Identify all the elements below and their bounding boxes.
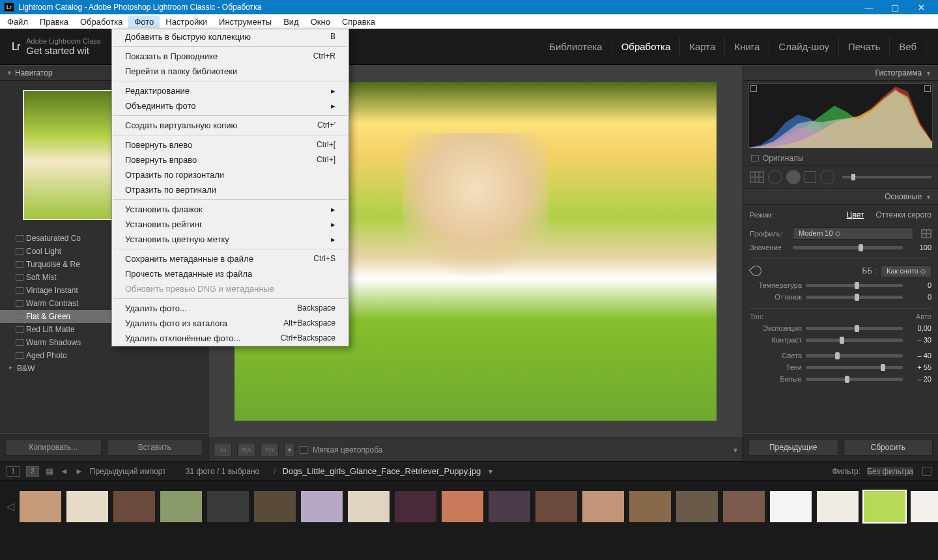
menu-item[interactable]: Перейти в папку библиотеки xyxy=(112,64,348,79)
previous-import-label[interactable]: Предыдущий импорт xyxy=(90,467,166,476)
nav-back-icon[interactable]: ◄ xyxy=(60,466,68,476)
close-button[interactable]: ✕ xyxy=(908,3,934,12)
highlights-slider[interactable] xyxy=(806,354,903,357)
menu-настройки[interactable]: Настройки xyxy=(160,16,213,28)
zoom-slider[interactable] xyxy=(842,176,931,178)
highlight-clip-icon[interactable] xyxy=(924,85,931,92)
menu-item[interactable]: Показать в ПроводникеCtrl+R xyxy=(112,49,348,64)
contrast-value[interactable]: – 30 xyxy=(907,336,931,344)
menu-item[interactable]: Удалить фото...Backspace xyxy=(112,301,348,316)
menu-item[interactable]: Установить флажок▸ xyxy=(112,202,348,217)
shadows-value[interactable]: + 55 xyxy=(907,363,931,371)
filmstrip-thumb[interactable] xyxy=(769,490,813,524)
shadows-slider[interactable] xyxy=(806,366,903,369)
preset-item[interactable]: Aged Photo xyxy=(0,349,208,362)
square-icon[interactable] xyxy=(804,171,816,183)
filmstrip-thumb[interactable] xyxy=(581,490,625,524)
temp-slider[interactable] xyxy=(806,284,903,287)
menu-item[interactable]: Добавить в быструю коллекциюB xyxy=(112,29,348,44)
preset-group[interactable]: B&W xyxy=(0,362,208,375)
menu-окно[interactable]: Окно xyxy=(305,16,336,28)
contrast-slider[interactable] xyxy=(806,339,903,342)
before-after-button[interactable]: R|A xyxy=(237,443,255,457)
menu-item[interactable]: Установить цветную метку▸ xyxy=(112,232,348,247)
screen1-button[interactable]: 1 xyxy=(7,466,20,477)
exposure-value[interactable]: 0,00 xyxy=(907,324,931,332)
module-4[interactable]: Слайд-шоу xyxy=(769,37,839,56)
toolbar-dropdown-icon[interactable]: ▾ xyxy=(733,445,737,455)
whites-value[interactable]: – 20 xyxy=(907,375,931,383)
reset-button[interactable]: Сбросить xyxy=(844,439,933,456)
filmstrip-thumb[interactable] xyxy=(487,490,532,524)
filmstrip-thumb[interactable] xyxy=(722,490,766,524)
filename[interactable]: Dogs_Little_girls_Glance_Face_Retriever_… xyxy=(283,466,481,476)
treatment-color[interactable]: Цвет xyxy=(847,210,864,219)
before-after-split-button[interactable]: Y|Y xyxy=(261,443,279,457)
filmstrip-thumb[interactable] xyxy=(628,490,672,524)
tint-value[interactable]: 0 xyxy=(907,293,931,301)
circle3-icon[interactable] xyxy=(820,170,834,184)
basic-header[interactable]: Основные▼ xyxy=(743,189,938,204)
menu-инструменты[interactable]: Инструменты xyxy=(213,16,277,28)
filmstrip-thumb[interactable] xyxy=(393,490,438,524)
menu-item[interactable]: Установить рейтинг▸ xyxy=(112,217,348,232)
copy-button[interactable]: Копировать... xyxy=(5,439,102,456)
highlights-value[interactable]: – 40 xyxy=(907,352,931,359)
treatment-gray[interactable]: Оттенки серого xyxy=(875,210,931,219)
loupe-view-button[interactable]: ▭ xyxy=(214,443,232,457)
minimize-button[interactable]: — xyxy=(856,3,882,12)
nav-fwd-icon[interactable]: ► xyxy=(75,466,83,476)
menu-item[interactable]: Отразить по вертикали xyxy=(112,182,348,197)
amount-slider[interactable] xyxy=(793,246,903,249)
histogram-header[interactable]: Гистограмма▼ xyxy=(743,65,938,81)
circle2-icon[interactable] xyxy=(786,170,801,184)
filter-selector[interactable]: Без фильтра xyxy=(867,467,913,476)
grid-view-icon[interactable]: ▦ xyxy=(46,466,53,476)
module-3[interactable]: Книга xyxy=(725,37,769,56)
circle1-icon[interactable] xyxy=(768,170,782,184)
filename-menu-icon[interactable]: ▾ xyxy=(489,467,492,476)
maximize-button[interactable]: ▢ xyxy=(882,3,908,12)
menu-файл[interactable]: Файл xyxy=(1,16,34,28)
screen2-button[interactable]: 2 xyxy=(26,466,39,477)
grid-icon[interactable] xyxy=(750,171,764,183)
module-5[interactable]: Печать xyxy=(839,37,890,56)
temp-value[interactable]: 0 xyxy=(907,281,931,289)
wb-selector[interactable]: Как снято ◇ xyxy=(881,265,931,277)
filmstrip-thumb[interactable] xyxy=(18,490,63,524)
menu-item[interactable]: Объединить фото▸ xyxy=(112,98,348,113)
previous-button[interactable]: Предыдущие xyxy=(748,439,838,456)
menu-справка[interactable]: Справка xyxy=(336,16,381,28)
originals-row[interactable]: Оригиналы xyxy=(743,151,938,166)
tint-slider[interactable] xyxy=(806,296,903,299)
menu-item[interactable]: Удалить отклонённые фото...Ctrl+Backspac… xyxy=(112,331,348,346)
menu-вид[interactable]: Вид xyxy=(277,16,305,28)
filmstrip-thumb[interactable] xyxy=(862,490,907,524)
filmstrip-thumb[interactable] xyxy=(112,490,156,524)
menu-item[interactable]: Редактирование▸ xyxy=(112,83,348,98)
menu-правка[interactable]: Правка xyxy=(34,16,74,28)
menu-item[interactable]: Повернуть вправоCtrl+] xyxy=(112,152,348,167)
filter-lock-icon[interactable] xyxy=(922,467,931,476)
menu-item[interactable]: Сохранить метаданные в файлеCtrl+S xyxy=(112,251,348,266)
auto-tone-button[interactable]: Авто xyxy=(916,313,931,320)
filmstrip-thumb[interactable] xyxy=(300,490,344,524)
module-6[interactable]: Веб xyxy=(890,37,926,56)
filmstrip-thumb[interactable] xyxy=(65,490,109,524)
filmstrip-left-icon[interactable]: ◁ xyxy=(5,500,16,512)
filmstrip-thumb[interactable] xyxy=(440,490,485,524)
filmstrip-thumb[interactable] xyxy=(675,490,719,524)
eyedropper-icon[interactable] xyxy=(750,264,763,277)
filmstrip-thumb[interactable] xyxy=(816,490,860,524)
softproof-checkbox[interactable] xyxy=(300,446,307,454)
menu-item[interactable]: Отразить по горизонтали xyxy=(112,167,348,182)
menu-item[interactable]: Удалить фото из каталогаAlt+Backspace xyxy=(112,316,348,331)
module-1[interactable]: Обработка xyxy=(612,37,681,56)
exposure-slider[interactable] xyxy=(806,327,903,330)
menu-item[interactable]: Создать виртуальную копиюCtrl+' xyxy=(112,118,348,133)
whites-slider[interactable] xyxy=(806,378,903,381)
histogram[interactable] xyxy=(748,83,933,148)
filmstrip-thumb[interactable] xyxy=(206,490,250,524)
filmstrip-thumb[interactable] xyxy=(159,490,203,524)
paste-button[interactable]: Вставить xyxy=(107,439,203,456)
